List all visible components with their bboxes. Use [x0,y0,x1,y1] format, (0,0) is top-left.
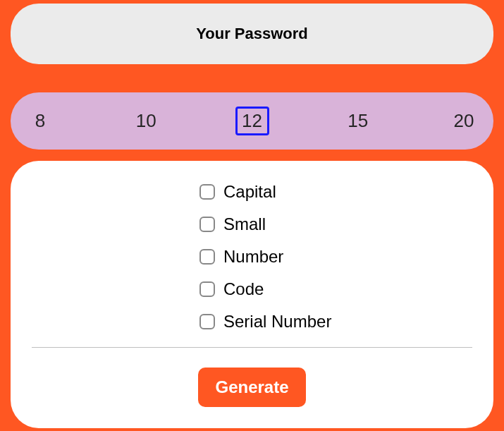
checkbox-label: Capital [223,182,276,202]
checkbox-label: Number [223,247,283,267]
checkbox-row-code[interactable]: Code [199,279,264,299]
checkbox-box[interactable] [199,314,215,329]
checkbox-box[interactable] [199,217,215,232]
divider [32,347,472,348]
length-selector-panel: 810121520 [11,92,493,150]
checkbox-box[interactable] [199,249,215,265]
checkbox-row-capital[interactable]: Capital [199,182,276,202]
checkbox-row-number[interactable]: Number [199,247,283,267]
generate-wrap: Generate [32,368,472,407]
length-option-15[interactable]: 15 [341,107,375,135]
length-option-8[interactable]: 8 [23,107,57,135]
checkbox-box[interactable] [199,184,215,200]
checkbox-group: CapitalSmallNumberCodeSerial Number [32,182,472,347]
checkbox-label: Small [223,214,266,234]
length-option-20[interactable]: 20 [447,107,481,135]
checkbox-label: Serial Number [223,312,331,332]
options-panel: CapitalSmallNumberCodeSerial Number Gene… [11,161,493,428]
checkbox-row-serial-number[interactable]: Serial Number [199,312,331,332]
length-option-10[interactable]: 10 [129,107,163,135]
generate-button[interactable]: Generate [198,368,305,407]
checkbox-box[interactable] [199,281,215,297]
length-option-12[interactable]: 12 [235,107,269,135]
password-output-panel: Your Password [11,4,493,64]
checkbox-label: Code [223,279,264,299]
checkbox-row-small[interactable]: Small [199,214,266,234]
password-output-title: Your Password [25,25,479,43]
